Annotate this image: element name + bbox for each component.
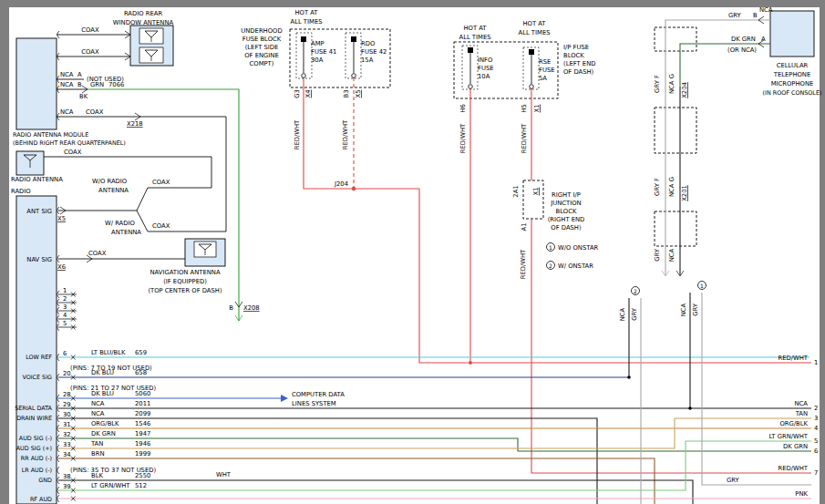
rdo-fuse-label-3: 15A xyxy=(361,57,374,64)
pin-number: 4 xyxy=(63,312,67,319)
rdo-fuse-label-1: RDO xyxy=(361,40,375,47)
wht-label: WHT xyxy=(216,471,232,478)
rse-fuse-label-1: RSE xyxy=(539,58,551,66)
pair2-nca-label: NCA xyxy=(680,303,687,316)
ip-hot-label-2a: HOT AT xyxy=(522,20,546,27)
underhood-label-4: OF ENGINE xyxy=(244,52,278,59)
endpoint-label: DK GRN xyxy=(783,443,808,450)
wiring-diagram-stage: RADIO REAR WINDOW ANTENNA COAX COAX RADI… xyxy=(0,0,825,504)
ip-label-2: BLOCK xyxy=(563,52,584,59)
red-junction-dot xyxy=(469,361,472,365)
redwht-label-3: RED/WHT xyxy=(459,123,467,153)
rdo-fuse-terminal xyxy=(352,74,356,78)
rse-fuse-label-3: 5A xyxy=(539,75,547,82)
underhood-hot-label-2: ALL TIMES xyxy=(290,18,322,26)
pin-b-bk-label: BK xyxy=(79,93,88,100)
circuit-number: 1947 xyxy=(135,430,150,437)
mic-label-1: CELLULAR xyxy=(777,62,809,69)
connector-x5-label: X5 xyxy=(57,215,66,222)
radio-antenna-coax: COAX xyxy=(64,149,82,156)
radio-antenna-module-box xyxy=(16,38,57,129)
info-fuse-label-3: 10A xyxy=(478,73,490,80)
module-coax-label: COAX xyxy=(86,108,104,116)
junction-label-2: JUNCTION xyxy=(550,200,581,207)
amp-fuse-terminal xyxy=(302,74,306,78)
pin-a-color: NCA xyxy=(60,71,74,78)
junction-label-5: OF DASH) xyxy=(551,224,582,231)
onstar1-number: 1 xyxy=(700,283,704,289)
nav-antenna-label-3: (TOP CENTER OF DASH) xyxy=(148,287,222,294)
mic-b-alt: NCA xyxy=(759,6,773,14)
pin-g3-label: G3 xyxy=(294,89,301,98)
wire-color-label: NCA xyxy=(91,400,105,407)
redwht-label-5: RED/WHT xyxy=(520,249,527,279)
junction-x1-label: X1 xyxy=(532,188,540,196)
circuit-number: 659 xyxy=(135,349,147,356)
x208-pin-letter: B xyxy=(229,304,233,312)
pin-number: 2 xyxy=(63,295,67,303)
pin-h6-label: H6 xyxy=(459,104,467,112)
circuit-number: 2099 xyxy=(135,410,150,417)
w-radio-antenna-label-2: ANTENNA xyxy=(111,229,141,236)
pin-name: AUD SIG (+) xyxy=(16,445,52,452)
pin-number: 5 xyxy=(63,320,67,327)
underhood-label-3: (LEFT SIDE xyxy=(245,44,279,51)
wire-color-label: ORG/BLK xyxy=(91,420,119,427)
stack-nca-3: NCA xyxy=(668,248,675,262)
onstar2-number: 2 xyxy=(634,288,637,294)
circuit-number: 1999 xyxy=(135,450,150,458)
circuit-number: 2011 xyxy=(135,400,150,407)
w-coax-label: COAX xyxy=(152,222,170,230)
endpoint-number: 7 xyxy=(814,469,818,477)
amp-fuse-label-2: FUSE 41 xyxy=(311,48,336,56)
pin-name: DRAIN WIRE xyxy=(16,415,52,422)
wo-coax-label: COAX xyxy=(152,179,170,186)
pin-number: 32 xyxy=(63,431,71,438)
stack-gry-f-2: GRY F xyxy=(654,178,661,196)
connector-x6-label: X6 xyxy=(57,263,66,271)
endpoint-label: GRY xyxy=(727,477,740,484)
pin-name: VOICE SIG xyxy=(22,374,52,381)
redwht-label-2: RED/WHT xyxy=(342,119,349,149)
wire-color-label: BRN xyxy=(91,450,104,458)
mic-b-pin: B xyxy=(753,12,758,19)
nav-antenna-label-2: (IF EQUIPPED) xyxy=(163,278,207,285)
pin-name: AUD SIG (-) xyxy=(19,435,52,442)
module-label-2: (BEHIND RIGHT REAR QUARTERPANEL) xyxy=(13,139,126,147)
mic-label-3: MICROPHONE xyxy=(771,80,814,87)
pin-number: 20 xyxy=(63,370,71,377)
rse-fuse-label-2: FUSE xyxy=(539,67,555,74)
nca-junction-dot-1 xyxy=(627,375,631,379)
ip-label-3: (LEFT END xyxy=(563,60,595,67)
info-fuse-label-2: FUSE xyxy=(478,65,494,72)
stack-gry-3: GRY xyxy=(654,248,661,262)
endpoint-number: 1 xyxy=(814,359,818,366)
rear-antenna-symbol-2 xyxy=(139,47,163,63)
wire-color-label: LT GRN/WHT xyxy=(91,482,130,489)
amp-fuse-pin xyxy=(301,36,306,42)
pin-b-letter: B xyxy=(77,81,82,88)
wire-color-label: DK BLU xyxy=(91,390,114,397)
pin-name: RF AUD xyxy=(30,496,52,503)
nca-junction-dot-2 xyxy=(688,406,692,410)
endpoint-label: RED/WHT xyxy=(778,465,808,472)
endpoint-label: RED/WHT xyxy=(778,355,808,362)
pin-name: SERIAL DATA xyxy=(15,405,52,412)
ip-label-1: I/P FUSE xyxy=(563,44,589,51)
rear-antenna-title: RADIO REAR xyxy=(124,10,163,17)
stack-nca-g-2: NCA G xyxy=(668,177,675,197)
wire-color-label: DK GRN xyxy=(91,430,116,437)
module-coax-color: NCA xyxy=(60,108,74,116)
mic-label-4: (IN ROOF CONSOLE) xyxy=(763,89,822,97)
circuit-number: 5060 xyxy=(135,390,150,397)
wo-radio-antenna-label-2: ANTENNA xyxy=(98,187,129,194)
junction-label-1: RIGHT I/P xyxy=(552,191,581,199)
wire-color-label: BLK xyxy=(91,472,103,479)
pair2-gry-label: GRY xyxy=(692,303,699,316)
circuit-number: 512 xyxy=(135,482,147,489)
note-1-text: W/O ONSTAR xyxy=(558,244,599,252)
pin-number: 39 xyxy=(63,483,71,490)
pin-name: LOW REF xyxy=(26,354,52,361)
circuit-number: 658 xyxy=(135,369,147,376)
mic-label-2: TELEPHONE xyxy=(773,71,810,78)
